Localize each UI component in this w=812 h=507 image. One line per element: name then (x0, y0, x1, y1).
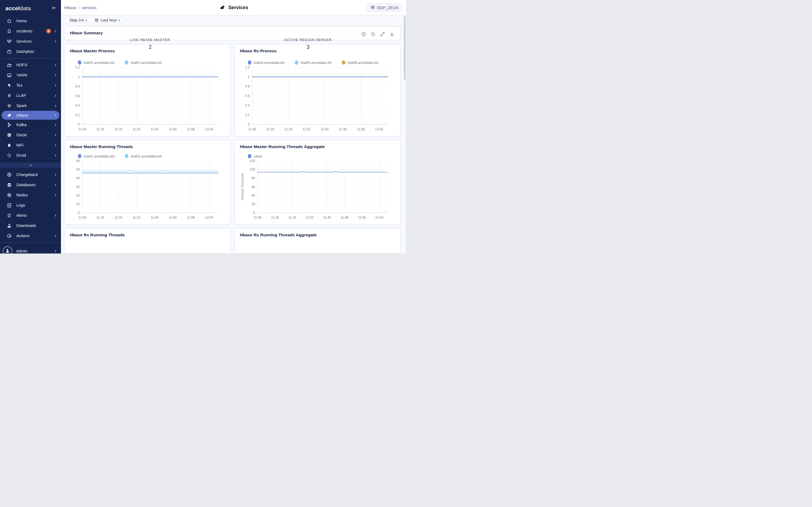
content: Step 1m ▾ Last hour ▾ Hbase Summary (61, 15, 406, 253)
legend-item[interactable]: trial05.acceldata.dvl (295, 60, 332, 65)
sidebar-item-chargeback[interactable]: Chargeback (0, 170, 61, 180)
svg-text:12:04: 12:04 (205, 127, 213, 131)
legend-item[interactable]: value (248, 154, 262, 158)
svg-text:11:40: 11:40 (151, 216, 158, 219)
breadcrumb: HBase / services (64, 5, 96, 10)
svg-text:0.4: 0.4 (245, 104, 250, 107)
legend-item[interactable]: trial02.acceldata.dvl (125, 60, 162, 65)
sidebar-item-spark[interactable]: Spark (0, 101, 61, 111)
legend-dot (342, 60, 345, 65)
legend-label: trial02.acceldata.dvl (131, 154, 162, 158)
sidebar-item-actions[interactable]: Actions (0, 231, 61, 241)
orca-icon (6, 112, 12, 119)
svg-text:11:16: 11:16 (266, 127, 274, 131)
sidebar-item-home[interactable]: Home (0, 16, 61, 26)
sidebar-item-hdfs[interactable]: HDFS (0, 60, 61, 70)
sidebar-item-incidents[interactable]: Incidents6 (0, 26, 61, 36)
legend-label: trial01.acceldata.dvl (84, 61, 115, 65)
legend-label: trial02.acceldata.dvl (131, 61, 162, 65)
summary-title: Hbase Summary (70, 31, 395, 36)
bell-edit-icon (6, 212, 12, 219)
time-toolbar: Step 1m ▾ Last hour ▾ (64, 18, 125, 22)
sidebar-item-llap[interactable]: LLAP (0, 91, 61, 101)
chevron-right-icon (54, 63, 57, 67)
step-dropdown[interactable]: Step 1m ▾ (69, 18, 87, 22)
svg-text:40: 40 (76, 176, 80, 180)
svg-text:11:56: 11:56 (357, 127, 365, 131)
svg-text:11:48: 11:48 (169, 127, 177, 131)
sidebar-item-services[interactable]: Services (0, 36, 61, 46)
chevron-right-icon (54, 183, 57, 187)
svg-text:11:32: 11:32 (133, 127, 141, 131)
caret-down-icon: ▾ (119, 19, 120, 22)
chevron-right-icon (54, 193, 57, 197)
kafka-icon (6, 121, 12, 128)
page-title-label: Services (228, 5, 248, 10)
sidebar-item-dashplots[interactable]: Dashplots (0, 46, 61, 57)
download-icon (6, 222, 12, 229)
sidebar-item-tez[interactable]: Tez (0, 80, 61, 91)
svg-text:80: 80 (252, 176, 255, 180)
sidebar-item-druid[interactable]: Druid (0, 150, 61, 160)
cluster-selector-button[interactable]: ODP_ZEUS (367, 3, 402, 12)
refresh-icon[interactable] (370, 32, 376, 37)
legend-item[interactable]: trial01.acceldata.dvl (78, 60, 115, 65)
server-stack-icon (370, 5, 375, 10)
scrollbar-thumb[interactable] (404, 16, 405, 80)
info-icon[interactable] (361, 32, 366, 37)
time-range-dropdown[interactable]: Last hour ▾ (95, 18, 120, 22)
breadcrumb-parent[interactable]: HBase (64, 5, 76, 10)
hbase-summary-card: Hbase Summary LIVE HBASE MASTER 2 ACTIVE… (64, 26, 401, 40)
legend-item[interactable]: trial01.acceldata.dvl (78, 154, 115, 158)
svg-text:11:48: 11:48 (169, 216, 177, 219)
sidebar-item-logs[interactable]: Logs (0, 200, 61, 210)
chevron-right-icon (54, 144, 57, 147)
chevron-right-icon (54, 94, 57, 97)
svg-text:11:56: 11:56 (187, 216, 195, 219)
legend-item[interactable]: trial04.acceldata.dvl (248, 60, 285, 65)
chevron-right-icon (54, 249, 57, 253)
sidebar-collapse-icon[interactable] (52, 5, 57, 11)
sidebar-scroll-expander[interactable] (0, 163, 61, 168)
download-icon[interactable] (389, 32, 395, 37)
sidebar-item-label: Incidents (16, 29, 46, 33)
legend-item[interactable]: trial06.acceldata.dvl (342, 60, 378, 65)
chevron-right-icon (54, 154, 57, 157)
bell-icon (6, 28, 12, 34)
sidebar-item-alerts[interactable]: Alerts (0, 210, 61, 221)
sidebar-item-databases[interactable]: Databases (0, 180, 61, 190)
legend-item[interactable]: trial02.acceldata.dvl (125, 154, 162, 158)
logo-bold: accel (5, 5, 20, 11)
database-icon (6, 182, 12, 188)
caret-down-icon: ▾ (86, 19, 87, 22)
sidebar-item-kafka[interactable]: Kafka (0, 120, 61, 130)
sidebar-item-yarn[interactable]: YARN (0, 70, 61, 80)
svg-text:0: 0 (78, 123, 80, 126)
svg-text:0.8: 0.8 (245, 84, 250, 88)
sidebar-item-admin[interactable]: Admin (0, 244, 61, 253)
svg-text:0: 0 (253, 211, 255, 215)
svg-text:1.2: 1.2 (245, 65, 250, 69)
oozie-icon (6, 132, 12, 138)
legend-dot (295, 60, 298, 65)
file-code-icon (6, 202, 12, 209)
chart-card-hbase-master-process: Hbase Master Processtrial01.acceldata.dv… (64, 44, 231, 136)
legend-dot (78, 60, 81, 65)
chevron-right-icon (54, 234, 57, 238)
expand-icon[interactable] (380, 32, 385, 37)
sidebar-item-oozie[interactable]: Oozie (0, 130, 61, 140)
svg-text:11:56: 11:56 (187, 127, 195, 131)
sidebar-item-label: Admin (16, 249, 54, 253)
sidebar-item-label: Downloads (16, 223, 61, 228)
breadcrumb-separator: / (79, 5, 80, 10)
breadcrumb-current[interactable]: services (82, 5, 96, 10)
sidebar-item-nifi[interactable]: NiFi (0, 140, 61, 150)
svg-text:1: 1 (248, 75, 250, 79)
sidebar-item-downloads[interactable]: Downloads (0, 221, 61, 231)
app-window: acceldata HomeIncidents6ServicesDashplot… (0, 0, 406, 253)
sidebar-item-nodes[interactable]: Nodes (0, 190, 61, 200)
sidebar-item-hbase[interactable]: HBase (2, 111, 59, 120)
legend-label: trial05.acceldata.dvl (301, 61, 332, 65)
sidebar-item-label: Chargeback (16, 172, 54, 177)
svg-text:11:56: 11:56 (358, 216, 366, 219)
